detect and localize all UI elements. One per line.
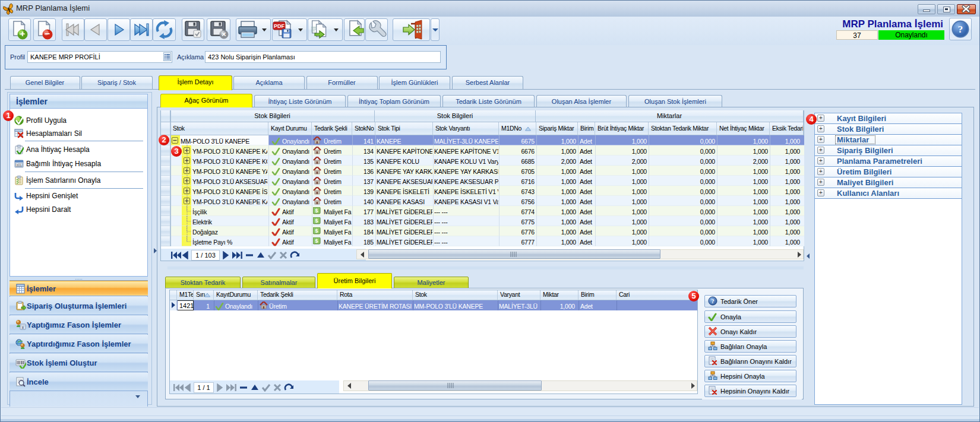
- svg-text:$: $: [315, 218, 318, 224]
- svg-text:+: +: [20, 28, 26, 39]
- svg-text:?: ?: [712, 298, 715, 304]
- svg-text:$: $: [315, 208, 318, 214]
- svg-text:8: 8: [22, 326, 24, 329]
- svg-text:$: $: [315, 238, 318, 244]
- svg-text:PDF: PDF: [274, 23, 285, 29]
- svg-text:−: −: [45, 28, 50, 39]
- svg-text:?: ?: [958, 24, 963, 35]
- svg-text:$: $: [315, 228, 318, 234]
- svg-text:±01: ±01: [16, 163, 21, 167]
- svg-text:×: ×: [222, 30, 226, 39]
